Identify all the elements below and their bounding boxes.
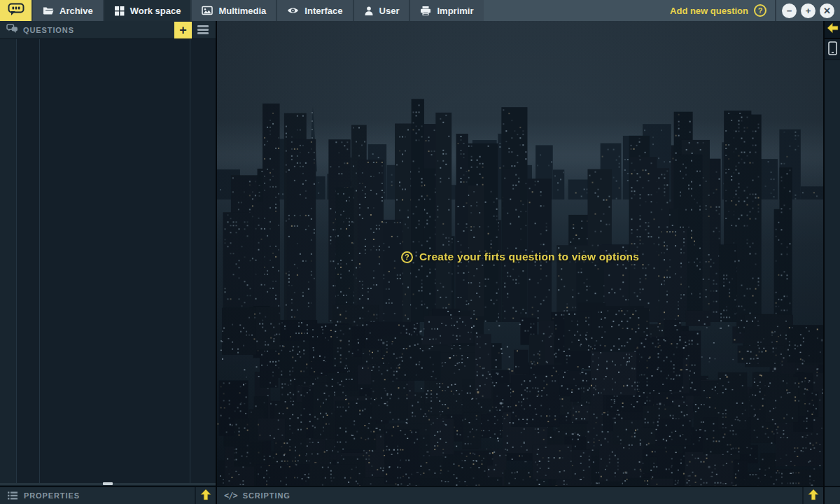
chat-bubble-icon — [7, 1, 25, 20]
questions-menu-button[interactable] — [196, 24, 210, 36]
user-icon — [364, 6, 374, 16]
questions-list-area[interactable] — [0, 39, 216, 485]
tab-multimedia[interactable]: Multimedia — [190, 0, 276, 21]
horizontal-scrollbar-track[interactable] — [0, 483, 216, 485]
topbar-spacer — [484, 0, 671, 21]
help-icon[interactable]: ? — [754, 4, 766, 17]
questions-panel-title: QUESTIONS — [23, 26, 74, 34]
tab-user[interactable]: User — [353, 0, 410, 21]
top-menu-bar: Archive Work space Multimedia — [0, 0, 840, 21]
horizontal-scrollbar-thumb[interactable] — [103, 482, 113, 485]
expand-button[interactable]: + — [801, 4, 816, 18]
column-divider — [16, 39, 17, 485]
column-divider — [190, 39, 190, 485]
empty-state-text: Create your firts question to view optio… — [419, 251, 639, 263]
collapse-panel-button[interactable] — [825, 21, 840, 39]
tab-label: Archive — [59, 6, 93, 16]
mobile-phone-icon — [828, 41, 837, 58]
properties-panel-title: PROPERTIES — [24, 491, 80, 500]
app-logo[interactable] — [0, 0, 31, 21]
add-question-button[interactable]: + — [174, 22, 192, 38]
arrow-left-icon — [827, 22, 839, 36]
hamburger-icon — [197, 25, 209, 27]
workspace-canvas-area[interactable]: ? Create your firts question to view opt… — [217, 21, 823, 486]
strip-bottom-cell — [825, 486, 840, 504]
add-new-question-label: Add new question — [670, 6, 748, 16]
tab-label: Multimedia — [218, 6, 266, 16]
add-new-question-button[interactable]: Add new question ? — [670, 0, 775, 21]
properties-expand-button[interactable] — [195, 487, 216, 504]
scripting-panel-title: SCRIPTING — [243, 491, 290, 500]
properties-list-icon — [7, 491, 18, 500]
scripting-expand-button[interactable] — [802, 487, 823, 504]
arrow-up-icon — [200, 489, 211, 503]
window-controls: − + ✕ — [776, 0, 840, 21]
tab-archive[interactable]: Archive — [31, 0, 103, 21]
tab-label: Interface — [304, 6, 342, 16]
app-window: Archive Work space Multimedia — [0, 0, 840, 504]
properties-panel-bar[interactable]: PROPERTIES — [0, 486, 216, 504]
empty-state-message: ? Create your firts question to view opt… — [217, 251, 823, 263]
arrow-up-icon — [808, 489, 819, 503]
tab-label: Imprimir — [437, 6, 473, 16]
help-icon: ? — [401, 251, 413, 263]
tab-label: User — [379, 6, 400, 16]
tab-imprimir[interactable]: Imprimir — [409, 0, 483, 21]
questions-gutter-column — [0, 39, 16, 485]
right-toolbar-strip — [825, 21, 840, 504]
minimize-button[interactable]: − — [782, 4, 797, 18]
close-button[interactable]: ✕ — [820, 4, 834, 18]
device-preview-button[interactable] — [825, 39, 840, 60]
image-icon — [202, 6, 213, 15]
questions-panel: QUESTIONS + — [0, 21, 216, 486]
eye-icon — [287, 6, 299, 15]
questions-panel-header: QUESTIONS + — [0, 21, 216, 39]
tab-interface[interactable]: Interface — [276, 0, 352, 21]
strip-filler — [825, 60, 840, 486]
grid-icon — [114, 6, 125, 16]
questions-icon — [6, 24, 18, 36]
code-icon: </> — [224, 491, 237, 500]
tab-label: Work space — [130, 6, 181, 16]
tab-work-space[interactable]: Work space — [103, 0, 191, 21]
folder-icon — [43, 6, 54, 16]
column-divider — [39, 39, 40, 485]
scripting-panel-bar[interactable]: </> SCRIPTING — [217, 486, 823, 504]
printer-icon — [420, 6, 431, 16]
